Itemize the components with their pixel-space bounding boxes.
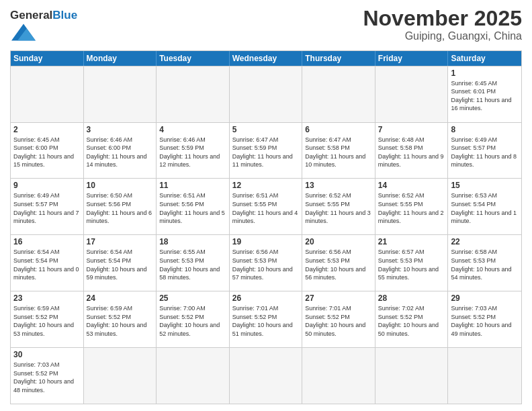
day-info: Sunrise: 7:03 AM Sunset: 5:52 PM Dayligh… [451, 304, 519, 338]
day-number: 1 [451, 68, 519, 78]
title-block: November 2025 Guiping, Guangxi, China [363, 7, 522, 42]
day-number: 5 [232, 125, 300, 134]
calendar-empty-cell [375, 66, 449, 122]
calendar-day-8: 8Sunrise: 6:49 AM Sunset: 5:57 PM Daylig… [448, 123, 521, 179]
calendar-empty-cell [448, 348, 521, 404]
day-number: 22 [451, 237, 519, 246]
day-number: 25 [159, 293, 226, 303]
calendar-empty-cell [302, 66, 375, 122]
day-info: Sunrise: 7:02 AM Sunset: 5:52 PM Dayligh… [378, 304, 445, 338]
calendar-day-22: 22Sunrise: 6:58 AM Sunset: 5:53 PM Dayli… [448, 235, 521, 291]
location: Guiping, Guangxi, China [363, 30, 522, 42]
day-number: 19 [232, 237, 300, 246]
weekday-header-friday: Friday [375, 51, 449, 66]
day-info: Sunrise: 6:59 AM Sunset: 5:52 PM Dayligh… [13, 304, 81, 338]
calendar-day-9: 9Sunrise: 6:49 AM Sunset: 5:57 PM Daylig… [11, 179, 84, 234]
day-info: Sunrise: 7:01 AM Sunset: 5:52 PM Dayligh… [305, 304, 372, 338]
calendar-empty-cell [84, 66, 157, 122]
day-info: Sunrise: 6:56 AM Sunset: 5:53 PM Dayligh… [232, 248, 300, 281]
day-number: 21 [378, 237, 445, 246]
logo-icon [11, 22, 36, 42]
day-number: 24 [87, 293, 154, 303]
calendar-day-12: 12Sunrise: 6:51 AM Sunset: 5:55 PM Dayli… [230, 179, 303, 234]
day-number: 29 [451, 293, 519, 303]
calendar-day-26: 26Sunrise: 7:01 AM Sunset: 5:52 PM Dayli… [230, 291, 303, 347]
day-info: Sunrise: 7:01 AM Sunset: 5:52 PM Dayligh… [232, 304, 300, 338]
calendar-day-10: 10Sunrise: 6:50 AM Sunset: 5:56 PM Dayli… [84, 179, 157, 234]
weekday-header-wednesday: Wednesday [230, 51, 303, 66]
day-info: Sunrise: 6:54 AM Sunset: 5:54 PM Dayligh… [13, 248, 81, 281]
calendar-day-29: 29Sunrise: 7:03 AM Sunset: 5:52 PM Dayli… [448, 291, 521, 347]
day-info: Sunrise: 6:52 AM Sunset: 5:55 PM Dayligh… [378, 191, 445, 225]
day-number: 3 [87, 125, 154, 134]
day-number: 16 [13, 237, 81, 246]
calendar-week-2: 2Sunrise: 6:45 AM Sunset: 6:00 PM Daylig… [11, 122, 521, 179]
weekday-header-monday: Monday [84, 51, 157, 66]
calendar-day-4: 4Sunrise: 6:46 AM Sunset: 5:59 PM Daylig… [157, 123, 230, 179]
weekday-header-sunday: Sunday [11, 51, 84, 66]
day-number: 28 [378, 293, 445, 303]
weekday-header-saturday: Saturday [448, 51, 521, 66]
calendar-day-28: 28Sunrise: 7:02 AM Sunset: 5:52 PM Dayli… [375, 291, 449, 347]
calendar-empty-cell [230, 66, 303, 122]
day-info: Sunrise: 6:59 AM Sunset: 5:52 PM Dayligh… [87, 304, 154, 338]
calendar: SundayMondayTuesdayWednesdayThursdayFrid… [10, 50, 522, 404]
calendar-day-2: 2Sunrise: 6:45 AM Sunset: 6:00 PM Daylig… [11, 123, 84, 179]
day-number: 20 [305, 237, 372, 246]
day-info: Sunrise: 6:53 AM Sunset: 5:54 PM Dayligh… [451, 191, 519, 225]
calendar-day-19: 19Sunrise: 6:56 AM Sunset: 5:53 PM Dayli… [230, 235, 303, 291]
logo-general: General [10, 9, 52, 21]
calendar-header: SundayMondayTuesdayWednesdayThursdayFrid… [11, 51, 521, 66]
calendar-empty-cell [157, 348, 230, 404]
weekday-header-thursday: Thursday [302, 51, 375, 66]
calendar-week-5: 23Sunrise: 6:59 AM Sunset: 5:52 PM Dayli… [11, 291, 521, 347]
logo-blue: Blue [52, 9, 77, 21]
day-number: 18 [159, 237, 226, 246]
day-info: Sunrise: 6:57 AM Sunset: 5:53 PM Dayligh… [378, 248, 445, 281]
day-number: 30 [13, 350, 81, 359]
calendar-empty-cell [302, 348, 375, 404]
day-number: 2 [13, 125, 81, 134]
weekday-header-tuesday: Tuesday [157, 51, 230, 66]
calendar-day-1: 1Sunrise: 6:45 AM Sunset: 6:01 PM Daylig… [448, 66, 521, 122]
day-info: Sunrise: 6:47 AM Sunset: 5:58 PM Dayligh… [305, 136, 372, 169]
calendar-body: 1Sunrise: 6:45 AM Sunset: 6:01 PM Daylig… [11, 66, 521, 404]
calendar-day-30: 30Sunrise: 7:03 AM Sunset: 5:52 PM Dayli… [11, 348, 84, 404]
page: GeneralBlue November 2025 Guiping, Guang… [0, 0, 532, 411]
day-number: 23 [13, 293, 81, 303]
calendar-week-6: 30Sunrise: 7:03 AM Sunset: 5:52 PM Dayli… [11, 347, 521, 404]
calendar-week-1: 1Sunrise: 6:45 AM Sunset: 6:01 PM Daylig… [11, 66, 521, 122]
calendar-empty-cell [11, 66, 84, 122]
day-info: Sunrise: 6:56 AM Sunset: 5:53 PM Dayligh… [305, 248, 372, 281]
header: GeneralBlue November 2025 Guiping, Guang… [10, 7, 522, 45]
calendar-day-15: 15Sunrise: 6:53 AM Sunset: 5:54 PM Dayli… [448, 179, 521, 234]
day-info: Sunrise: 6:52 AM Sunset: 5:55 PM Dayligh… [305, 191, 372, 225]
calendar-week-4: 16Sunrise: 6:54 AM Sunset: 5:54 PM Dayli… [11, 234, 521, 291]
day-info: Sunrise: 6:46 AM Sunset: 5:59 PM Dayligh… [159, 136, 226, 169]
calendar-day-5: 5Sunrise: 6:47 AM Sunset: 5:59 PM Daylig… [230, 123, 303, 179]
day-info: Sunrise: 7:03 AM Sunset: 5:52 PM Dayligh… [13, 361, 81, 394]
day-number: 15 [451, 181, 519, 190]
calendar-day-21: 21Sunrise: 6:57 AM Sunset: 5:53 PM Dayli… [375, 235, 449, 291]
day-number: 12 [232, 181, 300, 190]
calendar-day-18: 18Sunrise: 6:55 AM Sunset: 5:53 PM Dayli… [157, 235, 230, 291]
day-number: 7 [378, 125, 445, 134]
calendar-week-3: 9Sunrise: 6:49 AM Sunset: 5:57 PM Daylig… [11, 178, 521, 234]
day-info: Sunrise: 6:46 AM Sunset: 6:00 PM Dayligh… [87, 136, 154, 169]
day-number: 6 [305, 125, 372, 134]
day-number: 11 [159, 181, 226, 190]
calendar-day-23: 23Sunrise: 6:59 AM Sunset: 5:52 PM Dayli… [11, 291, 84, 347]
calendar-empty-cell [157, 66, 230, 122]
calendar-day-14: 14Sunrise: 6:52 AM Sunset: 5:55 PM Dayli… [375, 179, 449, 234]
day-number: 10 [87, 181, 154, 190]
calendar-day-3: 3Sunrise: 6:46 AM Sunset: 6:00 PM Daylig… [84, 123, 157, 179]
day-info: Sunrise: 6:55 AM Sunset: 5:53 PM Dayligh… [159, 248, 226, 281]
calendar-empty-cell [375, 348, 449, 404]
calendar-empty-cell [84, 348, 157, 404]
month-title: November 2025 [363, 7, 522, 30]
calendar-day-16: 16Sunrise: 6:54 AM Sunset: 5:54 PM Dayli… [11, 235, 84, 291]
calendar-day-24: 24Sunrise: 6:59 AM Sunset: 5:52 PM Dayli… [84, 291, 157, 347]
day-number: 8 [451, 125, 519, 134]
day-number: 9 [13, 181, 81, 190]
calendar-day-13: 13Sunrise: 6:52 AM Sunset: 5:55 PM Dayli… [302, 179, 375, 234]
